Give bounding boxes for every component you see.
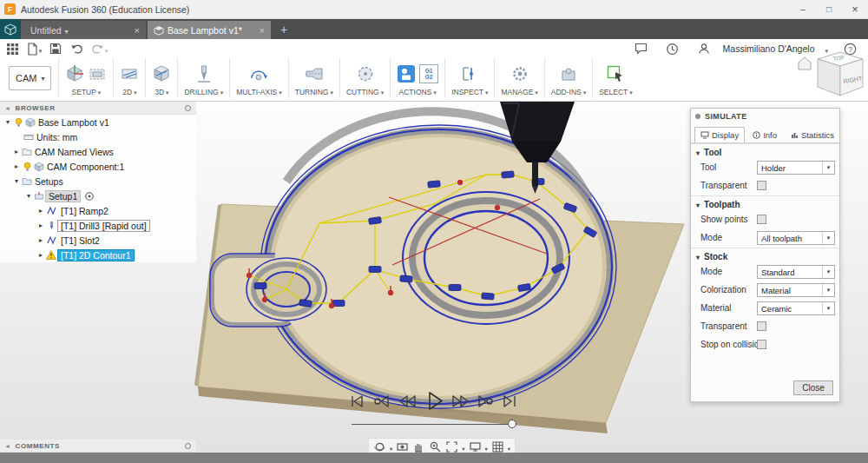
expand-icon[interactable] [36,207,45,215]
app-grid-button[interactable] [3,41,22,56]
toolpath-mode-select[interactable]: All toolpath [757,231,835,245]
fusion-home-icon[interactable] [0,19,21,39]
expand-icon[interactable] [3,118,12,126]
turning-icon[interactable] [305,64,324,83]
manage-gear-icon[interactable] [510,64,529,83]
look-at-icon[interactable] [396,440,409,453]
go-to-start-button[interactable] [346,391,367,412]
expand-icon[interactable] [12,148,21,155]
tab-untitled[interactable]: Untitled [21,21,146,39]
stock-transparent-checkbox[interactable] [757,321,766,331]
stop-collision-checkbox[interactable] [757,340,766,349]
op-chip[interactable]: [T1] Ramp2 [57,205,112,217]
panel-handle-icon[interactable] [185,105,191,111]
setup1-chip[interactable]: Setup1 [45,190,81,202]
panel-handle-icon[interactable] [185,443,191,449]
comments-header[interactable]: COMMENTS [0,440,196,453]
timeline-handle[interactable] [508,420,516,428]
2d-milling-icon[interactable] [120,64,139,83]
expand-icon[interactable] [36,236,45,244]
units-label[interactable]: Units: mm [36,132,77,142]
home-icon[interactable] [799,57,811,69]
chevron-down-icon[interactable] [65,25,69,36]
section-stock[interactable]: Stock [691,248,839,263]
undo-button[interactable] [68,41,87,56]
view-cube-faces[interactable]: TOP RIGHT [818,52,863,96]
new-setup-icon[interactable] [65,64,84,83]
section-toolpath[interactable]: Toolpath [691,195,839,211]
chevron-down-icon[interactable] [822,266,834,278]
minimize-button[interactable] [790,0,816,19]
op-chip[interactable]: [T1] Slot2 [57,235,103,247]
chevron-down-icon[interactable] [822,162,834,174]
workspace-selector[interactable]: CAM [9,66,51,90]
go-to-end-button[interactable] [500,391,521,412]
chevron-down-icon[interactable] [822,302,834,314]
timeline-slider[interactable] [352,419,516,429]
drag-handle-icon[interactable] [695,114,700,119]
expand-icon[interactable] [12,162,21,170]
pan-hand-icon[interactable] [412,440,425,453]
expand-icon[interactable] [36,251,45,259]
collapse-arrow-icon[interactable] [0,442,16,450]
ribbon-group-label[interactable]: SELECT [599,88,633,96]
show-points-checkbox[interactable] [757,215,766,224]
tab-base-lampbot[interactable]: Base Lampbot v1* [148,21,271,39]
tree-item-op-slot2[interactable]: [T1] Slot2 [0,233,196,248]
op-chip-selected[interactable]: [T1] 2D Contour1 [57,249,135,261]
tab-display[interactable]: Display [694,127,745,142]
chevron-down-icon[interactable] [822,232,834,244]
tree-item-setups[interactable]: Setups [0,174,196,189]
fit-view-icon[interactable] [445,440,458,453]
ribbon-group-label[interactable]: INSPECT [451,88,488,96]
section-tool[interactable]: Tool [691,143,839,159]
tree-item-op-2d-contour1[interactable]: [T1] 2D Contour1 [0,248,196,262]
tab-statistics[interactable]: Statistics [785,127,840,142]
step-back-button[interactable] [397,391,418,412]
redo-button[interactable] [89,41,108,56]
ribbon-group-label[interactable]: CUTTING [346,88,384,96]
zoom-icon[interactable] [429,440,442,453]
grid-settings-icon[interactable] [491,440,504,453]
drill-icon[interactable] [194,64,214,83]
step-forward-button[interactable] [450,391,470,412]
file-menu-button[interactable] [24,41,43,56]
component-label[interactable]: CAM Component:1 [47,162,124,172]
expand-icon[interactable] [36,222,45,229]
tree-item-units[interactable]: Units: mm [0,129,196,144]
collapse-arrow-icon[interactable] [0,104,16,112]
ribbon-group-label[interactable]: 2D [122,88,136,96]
visibility-bulb-icon[interactable] [12,117,24,128]
tool-transparent-checkbox[interactable] [757,181,766,190]
close-button[interactable]: Close [793,380,833,395]
close-tab-icon[interactable] [260,25,265,36]
ribbon-group-label[interactable]: 3D [155,88,168,96]
post-process-icon[interactable]: G1G2 [419,64,438,83]
tree-item-op-drill3[interactable]: [T1] Drill3 [Rapid out] [0,218,196,233]
multi-axis-icon[interactable] [249,64,268,83]
previous-operation-button[interactable] [372,391,392,412]
ribbon-group-label[interactable]: MULTI-AXIS [236,88,282,96]
3d-milling-icon[interactable] [152,64,171,83]
save-button[interactable] [46,41,65,56]
new-tab-button[interactable] [273,19,295,39]
material-select[interactable]: Ceramic [757,301,835,315]
tree-item-setup1[interactable]: Setup1 [0,189,196,203]
cutting-icon[interactable] [356,64,375,83]
orbit-icon[interactable] [373,440,386,453]
expand-icon[interactable] [12,177,21,185]
ribbon-group-label[interactable]: ACTIONS [399,88,437,96]
chevron-down-icon[interactable] [822,284,834,296]
setups-label[interactable]: Setups [35,176,63,187]
add-ins-puzzle-icon[interactable] [559,64,578,83]
inspect-icon[interactable] [460,64,479,83]
play-button[interactable] [422,389,445,413]
ribbon-group-label[interactable]: TURNING [295,88,333,96]
tab-info[interactable]: Info [746,127,783,142]
named-views-label[interactable]: CAM Named Views [35,147,114,157]
comments-button[interactable] [632,41,651,56]
maximize-button[interactable] [816,0,842,19]
ribbon-group-label[interactable]: ADD-INS [551,88,586,96]
close-window-button[interactable] [842,0,868,19]
user-avatar[interactable] [694,41,713,56]
